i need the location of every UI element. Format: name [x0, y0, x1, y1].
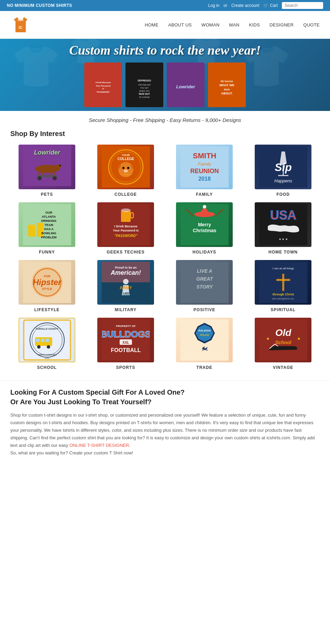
svg-text:★: ★: [266, 336, 270, 341]
svg-text:PROPERTY OF: PROPERTY OF: [116, 325, 135, 328]
category-vintage[interactable]: Old School ★ ★ VINTAGE: [246, 318, 320, 370]
category-sports[interactable]: PROPERTY OF BULLDOGS XXL FOOTBALL SPORTS: [89, 318, 162, 370]
category-holidays[interactable]: Merry Christmas HOLIDAYS: [168, 202, 241, 255]
separator: or: [223, 3, 227, 8]
category-pets[interactable]: Lowrider PETS: [10, 145, 84, 197]
svg-text:SMITH: SMITH: [192, 151, 216, 160]
category-military[interactable]: Proud to be an American! ARMY Mom MILITA…: [89, 260, 162, 312]
svg-text:through Christ: through Christ: [272, 293, 294, 296]
logo-icon: IC: [10, 14, 31, 35]
hero-shirts: I Drink Because Your Password is "PASSWO…: [10, 63, 320, 107]
category-funny[interactable]: OUR ATLANTA DRINKING TEAM HAS A BOWLING …: [10, 202, 84, 255]
svg-text:Happens: Happens: [274, 178, 292, 183]
category-label-sports: SPORTS: [116, 365, 135, 370]
svg-point-49: [127, 167, 129, 169]
category-label-spiritual: SPIRITUAL: [271, 307, 295, 312]
category-lifestyle[interactable]: FUN Hipster STYLE LIFESTYLE: [10, 260, 84, 312]
svg-text:think: think: [224, 88, 230, 91]
svg-text:who strengthens me.: who strengthens me.: [272, 297, 294, 300]
svg-text:BOWLING: BOWLING: [41, 231, 56, 235]
svg-text:STYLE: STYLE: [42, 287, 52, 291]
category-label-college: COLLEGE: [114, 192, 137, 197]
military-design: Proud to be an American! ARMY Mom: [102, 262, 150, 303]
svg-text:I Drink Because: I Drink Because: [95, 81, 111, 83]
search-input[interactable]: [282, 2, 323, 9]
nav-kids[interactable]: KIDS: [249, 22, 260, 27]
category-label-vintage: VINTAGE: [273, 365, 293, 370]
svg-text:THE FEELING: THE FEELING: [138, 84, 151, 86]
svg-text:I can do all things: I can do all things: [272, 267, 294, 270]
shirt-shape-black: DEPRESSO THE FEELING YOU GET WHEN YOU RU…: [131, 68, 158, 102]
svg-text:Old: Old: [275, 327, 292, 338]
svg-text:Mom: Mom: [122, 292, 130, 296]
svg-text:GREAT: GREAT: [196, 276, 213, 282]
category-label-pets: PETS: [41, 192, 53, 197]
svg-text:DEPRESSO: DEPRESSO: [138, 79, 151, 82]
cat-text-pets: Lowrider: [21, 145, 73, 189]
svg-text:IC: IC: [19, 25, 23, 30]
svg-text:COLLEGE: COLLEGE: [117, 157, 134, 161]
svg-text:Your Password Is: Your Password Is: [113, 229, 139, 232]
category-img-military: Proud to be an American! ARMY Mom: [97, 260, 154, 305]
svg-text:HAS A: HAS A: [44, 227, 54, 231]
bottom-title: Looking For A Custom Special Gift For A …: [10, 387, 320, 407]
svg-point-30: [59, 165, 61, 166]
category-label-food: FOOD: [276, 192, 290, 197]
nav-about[interactable]: ABOUT US: [168, 22, 192, 27]
bottom-body-text: Shop for custom t-shirt designs in our t…: [10, 413, 315, 448]
college-design: YOUR COLLEGE T SHIRT: [102, 146, 150, 188]
svg-point-36: [37, 176, 42, 180]
nav-man[interactable]: MAN: [229, 22, 240, 27]
category-label-hometown: HOME TOWN: [268, 250, 298, 255]
hero-shirt-4: We become WHAT WE think ABOUT.: [208, 63, 246, 107]
category-img-pets: Lowrider: [19, 145, 75, 189]
create-account-link[interactable]: Create account: [231, 3, 259, 8]
svg-text:"PASSWORD": "PASSWORD": [114, 234, 138, 238]
category-school[interactable]: FUNVILLE COUNTY NORTH CAROLINA ★ ★ ★ SCH…: [10, 318, 84, 370]
designer-link[interactable]: ONLINE T-SHIRT DESIGNER: [69, 443, 129, 448]
svg-text:ATLANTA: ATLANTA: [42, 215, 56, 218]
category-label-school: SCHOOL: [37, 365, 57, 370]
svg-text:🏍: 🏍: [201, 344, 208, 352]
svg-text:★: ★: [297, 336, 301, 341]
category-hometown[interactable]: USA ★ ★ ★ HOME TOWN: [246, 202, 320, 255]
holidays-design: Merry Christmas: [180, 204, 229, 245]
category-family[interactable]: SMITH Family REUNION 2018 FAMILY: [168, 145, 241, 197]
category-spiritual[interactable]: I can do all things through Christ who s…: [246, 260, 320, 312]
hero-content: Custom shirts to rock the new year! I Dr…: [0, 43, 330, 107]
svg-text:We become: We become: [221, 80, 233, 82]
svg-rect-107: [276, 279, 290, 281]
hero-shirt-3: Lowrider: [167, 63, 205, 107]
category-img-trade: RALEIGH POLICE 🏍: [176, 318, 233, 362]
category-label-trade: TRADE: [196, 365, 212, 370]
svg-point-37: [53, 176, 57, 180]
geeks-design: I Drink Because Your Password Is "PASSWO…: [102, 204, 150, 245]
category-label-family: FAMILY: [196, 192, 213, 197]
svg-text:Sip: Sip: [275, 161, 292, 173]
category-geeks[interactable]: I Drink Because Your Password Is "PASSWO…: [89, 202, 162, 255]
svg-text:LIVE A: LIVE A: [197, 268, 212, 274]
svg-rect-116: [36, 339, 40, 342]
hero-shirt-1: I Drink Because Your Password is "PASSWO…: [84, 63, 122, 107]
categories-grid: Lowrider PETS YOUR COLLEGE T SHIRT: [0, 145, 330, 380]
login-link[interactable]: Log in: [208, 3, 220, 8]
category-trade[interactable]: RALEIGH POLICE 🏍 TRADE: [168, 318, 241, 370]
nav-quote[interactable]: QUOTE: [303, 22, 320, 27]
svg-rect-1: [18, 19, 23, 21]
nav-designer[interactable]: DESIGNER: [270, 22, 294, 27]
svg-text:Lowrider: Lowrider: [34, 149, 60, 156]
cart-area[interactable]: 🛒 Cart: [263, 3, 278, 8]
hero-banner: 👕 👕 👕 👕 Custom shirts to rock the new ye…: [0, 39, 330, 111]
category-college[interactable]: YOUR COLLEGE T SHIRT COLLEGE: [89, 145, 162, 197]
nav-home[interactable]: HOME: [145, 22, 158, 27]
svg-text:PROBLEM: PROBLEM: [41, 236, 56, 239]
category-img-school: FUNVILLE COUNTY NORTH CAROLINA ★ ★ ★: [19, 318, 75, 362]
category-food[interactable]: Sip Happens FOOD: [246, 145, 320, 197]
svg-text:I Drink Because: I Drink Because: [114, 225, 138, 228]
cart-icon: 🛒: [263, 3, 268, 8]
category-img-hometown: USA ★ ★ ★: [255, 202, 311, 247]
category-positive[interactable]: LIVE A GREAT STORY POSITIVE: [168, 260, 241, 312]
funny-design: OUR ATLANTA DRINKING TEAM HAS A BOWLING …: [23, 204, 71, 245]
svg-text:American!: American!: [110, 269, 141, 276]
nav-woman[interactable]: WOMAN: [201, 22, 220, 27]
